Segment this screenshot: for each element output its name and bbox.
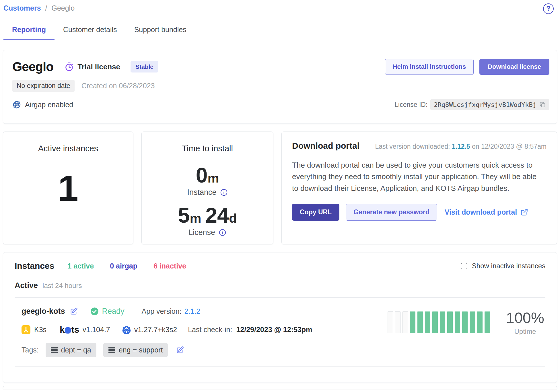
uptime-bar <box>462 311 468 333</box>
download-portal-title: Download portal <box>292 141 359 151</box>
time-to-install-card: Time to install 0m Instance 5m 24d Licen… <box>141 132 273 244</box>
last-checkin-label: Last check-in: <box>188 326 232 334</box>
active-instances-title: Active instances <box>3 144 133 153</box>
visit-download-portal-link[interactable]: Visit download portal <box>445 208 528 216</box>
trial-timer-icon <box>64 62 74 72</box>
instance-time-info-icon[interactable] <box>220 189 228 196</box>
kots-logo: kts <box>60 324 79 335</box>
active-section-sublabel: last 24 hours <box>42 282 82 290</box>
last-version-downloaded: Last version downloaded: 1.12.5 on 12/20… <box>375 143 547 150</box>
instance-time-label: Instance <box>187 188 216 197</box>
uptime-bar <box>395 311 400 333</box>
help-icon[interactable]: ? <box>543 3 554 14</box>
tab-customer-details[interactable]: Customer details <box>55 21 126 40</box>
uptime-bar <box>470 311 475 333</box>
uptime-value: 100% <box>506 309 544 326</box>
divider <box>15 366 545 366</box>
active-instances-count: 1 <box>3 167 133 209</box>
show-inactive-label: Show inactive instances <box>472 262 545 270</box>
created-date-text: Created on 06/28/2023 <box>81 82 155 90</box>
airgap-count-link[interactable]: 0 airgap <box>110 262 137 270</box>
edit-tags-icon[interactable] <box>176 346 184 354</box>
license-id-pill: 2Rq8WLcsjfxqrMysjvB1WodYkBj <box>430 99 549 110</box>
instance-name: geeglo-kots <box>22 307 65 316</box>
app-version-link[interactable]: 2.1.2 <box>184 307 201 315</box>
kubernetes-icon <box>122 326 131 334</box>
helm-install-instructions-button[interactable]: Helm install instructions <box>385 59 474 75</box>
airgap-globe-icon <box>12 100 21 109</box>
app-version-label: App version: <box>142 307 182 315</box>
stats-row: Active instances 1 Time to install 0m In… <box>3 132 557 244</box>
active-count-link[interactable]: 1 active <box>67 262 94 270</box>
show-inactive-checkbox[interactable] <box>461 263 467 269</box>
last-version-link[interactable]: 1.12.5 <box>452 143 470 150</box>
uptime-bar <box>432 311 438 333</box>
breadcrumb-customers-link[interactable]: Customers <box>3 4 41 12</box>
uptime-bar <box>477 311 483 333</box>
breadcrumb: Customers / Geeglo <box>3 4 557 12</box>
uptime-bar <box>388 311 393 333</box>
breadcrumb-separator: / <box>45 4 47 12</box>
uptime-bar <box>455 311 460 333</box>
uptime-widget: 100% Uptime <box>388 309 544 336</box>
tags-label: Tags: <box>22 346 39 354</box>
uptime-bar <box>410 311 415 333</box>
copy-icon[interactable] <box>539 101 546 108</box>
tag-icon <box>108 347 115 353</box>
instances-card: Instances 1 active 0 airgap 6 inactive S… <box>3 252 557 383</box>
license-time-label: License <box>188 228 215 237</box>
kots-version: v1.104.7 <box>83 326 110 334</box>
tab-reporting[interactable]: Reporting <box>3 21 55 40</box>
tag-pill: eng = support <box>103 343 168 357</box>
license-summary-card: Geeglo Trial license Stable Helm install… <box>3 50 557 124</box>
instance-row: geeglo-kots Ready App version: 2.1.2 <box>15 298 545 365</box>
last-checkin-value: 12/29/2023 @ 12:53pm <box>236 326 312 334</box>
ready-check-icon <box>90 307 99 315</box>
breadcrumb-current: Geeglo <box>51 4 75 12</box>
kots-logo-o <box>65 327 71 334</box>
license-id-label: License ID: <box>394 101 427 109</box>
airgap-enabled-label: Airgap enabled <box>25 101 73 109</box>
uptime-bar <box>417 311 423 333</box>
expiration-badge: No expiration date <box>12 80 75 92</box>
license-time-info-icon[interactable] <box>219 229 226 236</box>
instance-install-time: 0m <box>142 163 273 187</box>
active-instances-card: Active instances 1 <box>3 132 133 244</box>
uptime-bar <box>402 311 408 333</box>
uptime-label: Uptime <box>506 328 544 336</box>
external-link-icon <box>520 208 528 216</box>
next-card-stub <box>3 386 557 389</box>
license-install-time: 5m 24d <box>142 203 273 228</box>
download-license-button[interactable]: Download license <box>479 59 549 75</box>
tab-bar: Reporting Customer details Support bundl… <box>3 21 557 40</box>
uptime-bar <box>485 311 490 333</box>
time-to-install-title: Time to install <box>142 144 273 153</box>
uptime-bar <box>447 311 453 333</box>
uptime-bars <box>388 311 490 333</box>
generate-new-password-button[interactable]: Generate new password <box>346 204 437 221</box>
show-inactive-toggle[interactable]: Show inactive instances <box>461 262 545 270</box>
channel-badge: Stable <box>131 61 158 72</box>
edit-instance-name-icon[interactable] <box>70 307 78 315</box>
download-portal-description: The download portal can be used to give … <box>292 159 545 194</box>
instance-status: Ready <box>102 307 125 316</box>
download-portal-card: Download portal Last version downloaded:… <box>281 132 557 244</box>
instances-title: Instances <box>15 261 54 271</box>
customer-reporting-page: Customers / Geeglo ? Reporting Customer … <box>0 0 560 392</box>
distribution-label: K3s <box>34 326 46 334</box>
k8s-version: v1.27.7+k3s2 <box>134 326 177 334</box>
uptime-bar <box>440 311 445 333</box>
active-section-label: Active <box>15 281 38 290</box>
tag-icon <box>51 347 58 353</box>
tab-support-bundles[interactable]: Support bundles <box>126 21 195 40</box>
k3s-icon <box>22 325 30 334</box>
inactive-count-link[interactable]: 6 inactive <box>153 262 186 270</box>
copy-url-button[interactable]: Copy URL <box>292 204 339 221</box>
uptime-bar <box>425 311 430 333</box>
license-id-value: 2Rq8WLcsjfxqrMysjvB1WodYkBj <box>434 101 536 108</box>
license-type-label: Trial license <box>77 62 120 71</box>
tag-pill: dept = qa <box>46 343 96 357</box>
customer-name: Geeglo <box>12 60 53 74</box>
